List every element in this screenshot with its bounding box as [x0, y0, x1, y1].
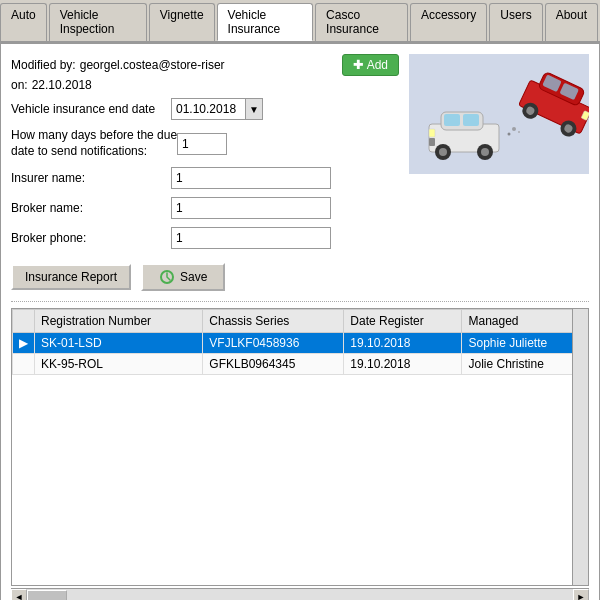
cell-chassis: GFKLB0964345: [203, 354, 344, 375]
days-input[interactable]: [177, 133, 227, 155]
main-content: Modified by: georgel.costea@store-riser …: [0, 43, 600, 600]
add-plus-icon: ✚: [353, 58, 363, 72]
section-divider: [11, 301, 589, 302]
svg-rect-4: [463, 114, 479, 126]
tab-accessory[interactable]: Accessory: [410, 3, 487, 41]
phone-label: Broker phone:: [11, 231, 171, 245]
cell-registration: KK-95-ROL: [35, 354, 203, 375]
modified-by-label: Modified by:: [11, 58, 76, 72]
col-chassis[interactable]: Chassis Series: [203, 310, 344, 333]
save-label: Save: [180, 270, 207, 284]
svg-point-6: [439, 148, 447, 156]
date-input-wrap: ▼: [171, 98, 263, 120]
col-date[interactable]: Date Register: [344, 310, 462, 333]
scroll-thumb[interactable]: [27, 590, 67, 601]
save-icon: [159, 269, 175, 285]
scroll-left-button[interactable]: ◄: [11, 589, 27, 601]
table-row[interactable]: ▶SK-01-LSDVFJLKF045893619.10.2018Sophie …: [13, 333, 588, 354]
table-row[interactable]: KK-95-ROLGFKLB096434519.10.2018Jolie Chr…: [13, 354, 588, 375]
row-indicator: ▶: [13, 333, 35, 354]
cell-registration: SK-01-LSD: [35, 333, 203, 354]
row-indicator: [13, 354, 35, 375]
scroll-track[interactable]: [27, 589, 573, 601]
svg-rect-10: [429, 138, 435, 146]
tab-vignette[interactable]: Vignette: [149, 3, 215, 41]
add-button[interactable]: ✚ Add: [342, 54, 399, 76]
end-date-row: Vehicle insurance end date ▼: [11, 98, 399, 120]
table-body: ▶SK-01-LSDVFJLKF045893619.10.2018Sophie …: [13, 333, 588, 375]
on-row: on: 22.10.2018: [11, 78, 399, 92]
top-section: Modified by: georgel.costea@store-riser …: [11, 54, 589, 257]
end-date-input[interactable]: [171, 98, 246, 120]
broker-row: Broker name:: [11, 197, 399, 219]
svg-rect-9: [429, 129, 435, 137]
modified-by-row: Modified by: georgel.costea@store-riser …: [11, 54, 399, 76]
phone-input[interactable]: [171, 227, 331, 249]
tab-users[interactable]: Users: [489, 3, 542, 41]
cell-chassis: VFJLKF0458936: [203, 333, 344, 354]
cell-date: 19.10.2018: [344, 333, 462, 354]
table-header-row: Registration Number Chassis Series Date …: [13, 310, 588, 333]
tab-casco-insurance[interactable]: Casco Insurance: [315, 3, 408, 41]
days-row: How many days before the duedate to send…: [11, 128, 399, 159]
data-table: Registration Number Chassis Series Date …: [12, 309, 588, 375]
save-button[interactable]: Save: [141, 263, 225, 291]
date-dropdown-button[interactable]: ▼: [246, 98, 263, 120]
tab-auto[interactable]: Auto: [0, 3, 47, 41]
form-section: Modified by: georgel.costea@store-riser …: [11, 54, 399, 257]
tab-about[interactable]: About: [545, 3, 598, 41]
cell-managed: Jolie Christine: [462, 354, 588, 375]
svg-point-22: [518, 131, 520, 133]
modified-by-value: georgel.costea@store-riser: [80, 58, 342, 72]
tab-vehicle-inspection[interactable]: Vehicle Inspection: [49, 3, 147, 41]
col-registration[interactable]: Registration Number: [35, 310, 203, 333]
insurer-row: Insurer name:: [11, 167, 399, 189]
broker-input[interactable]: [171, 197, 331, 219]
svg-point-20: [512, 127, 516, 131]
svg-point-8: [481, 148, 489, 156]
cell-managed: Sophie Juliette: [462, 333, 588, 354]
broker-label: Broker name:: [11, 201, 171, 215]
tab-vehicle-insurance[interactable]: Vehicle Insurance: [217, 3, 314, 41]
insurer-input[interactable]: [171, 167, 331, 189]
add-label: Add: [367, 58, 388, 72]
svg-rect-3: [444, 114, 460, 126]
tab-bar: Auto Vehicle Inspection Vignette Vehicle…: [0, 0, 600, 43]
days-label: How many days before the duedate to send…: [11, 128, 177, 159]
car-image-section: [409, 54, 589, 174]
on-value: 22.10.2018: [32, 78, 92, 92]
svg-point-21: [508, 133, 511, 136]
cell-date: 19.10.2018: [344, 354, 462, 375]
col-managed[interactable]: Managed ▲: [462, 310, 588, 333]
vertical-scrollbar[interactable]: [572, 309, 588, 585]
col-indicator: [13, 310, 35, 333]
insurer-label: Insurer name:: [11, 171, 171, 185]
scroll-right-button[interactable]: ►: [573, 589, 589, 601]
end-date-label: Vehicle insurance end date: [11, 102, 171, 116]
car-crash-image: [409, 54, 589, 174]
table-container: Registration Number Chassis Series Date …: [11, 308, 589, 586]
buttons-row: Insurance Report Save: [11, 263, 589, 291]
phone-row: Broker phone:: [11, 227, 399, 249]
insurance-report-button[interactable]: Insurance Report: [11, 264, 131, 290]
on-label: on:: [11, 78, 28, 92]
horizontal-scrollbar: ◄ ►: [11, 588, 589, 600]
